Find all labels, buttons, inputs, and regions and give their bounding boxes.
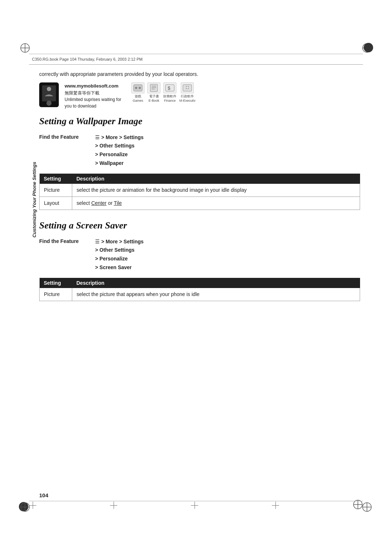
svg-rect-10 bbox=[134, 85, 142, 91]
bottom-crosshair-center-right bbox=[272, 502, 279, 509]
reg-mark-top-left bbox=[20, 43, 30, 53]
intro-paragraph: correctly with appropriate parameters pr… bbox=[39, 70, 360, 78]
screensaver-path-other: > Other Settings bbox=[95, 247, 135, 253]
wallpaper-row-picture: Picture select the picture or animation … bbox=[40, 184, 360, 197]
ad-banner: www.mymobilesoft.com 無限驚喜等你下載 Unlimited … bbox=[39, 82, 360, 109]
svg-text:$: $ bbox=[168, 85, 171, 91]
wallpaper-desc-picture: select the picture or animation for the … bbox=[72, 184, 360, 197]
screensaver-setting-picture: Picture bbox=[40, 288, 72, 301]
screensaver-col-setting: Setting bbox=[40, 278, 72, 288]
screensaver-title: Setting a Screen Saver bbox=[39, 220, 360, 231]
ad-text-block: www.mymobilesoft.com 無限驚喜等你下載 Unlimited … bbox=[65, 82, 121, 109]
wallpaper-path: ☰ > More > Settings > Other Settings > P… bbox=[95, 133, 144, 168]
bottom-crosshair-left bbox=[29, 502, 36, 509]
ad-chinese: 無限驚喜等你下載 bbox=[65, 90, 121, 96]
page-number: 104 bbox=[39, 492, 48, 498]
svg-point-8 bbox=[48, 103, 50, 106]
wallpaper-find-feature-label: Find the Feature bbox=[39, 133, 86, 140]
ad-english-2: you to download bbox=[65, 103, 121, 109]
wallpaper-path-wallpaper: > Wallpaper bbox=[95, 160, 123, 166]
bottom-crosshair-center bbox=[191, 502, 198, 509]
ad-url: www.mymobilesoft.com bbox=[65, 82, 121, 90]
page-border-top bbox=[29, 54, 363, 54]
wallpaper-title: Setting a Wallpaper Image bbox=[39, 116, 360, 127]
ad-icon-ebook: 電子書 E-Book bbox=[147, 82, 160, 102]
wallpaper-path-more: > More > Settings bbox=[101, 134, 144, 140]
circle-mark-top-right bbox=[364, 43, 373, 52]
wallpaper-path-icon: ☰ bbox=[95, 134, 100, 140]
wallpaper-path-personalize: > Personalize bbox=[95, 151, 128, 157]
reg-mark-bottom-left bbox=[20, 502, 30, 512]
ad-english-1: Unlimited suprises waiting for bbox=[65, 96, 121, 103]
bottom-crosshair-center-left bbox=[110, 502, 117, 509]
screensaver-row-picture: Picture select the picture that appears … bbox=[40, 288, 360, 301]
main-content: correctly with appropriate parameters pr… bbox=[39, 65, 360, 501]
screensaver-find-feature: Find the Feature ☰ > More > Settings > O… bbox=[39, 238, 360, 272]
screensaver-col-description: Description bbox=[72, 278, 360, 288]
ad-icon-finance: $ 財務軟件 Finance bbox=[163, 82, 176, 102]
ad-icon-games: 遊戲 Games bbox=[131, 82, 144, 102]
sidebar-label: Customizing Your Phone Settings bbox=[29, 138, 39, 262]
wallpaper-setting-picture: Picture bbox=[40, 184, 72, 197]
wallpaper-col-description: Description bbox=[72, 174, 360, 184]
svg-point-9 bbox=[47, 87, 51, 91]
wallpaper-path-other: > Other Settings bbox=[95, 143, 135, 149]
header-text: C350.RG.book Page 104 Thursday, February… bbox=[32, 57, 143, 61]
svg-point-11 bbox=[135, 87, 137, 89]
wallpaper-setting-layout: Layout bbox=[40, 197, 72, 210]
wallpaper-row-layout: Layout select Center or Tile bbox=[40, 197, 360, 210]
ad-phone-icon bbox=[39, 82, 59, 107]
header-bar: C350.RG.book Page 104 Thursday, February… bbox=[29, 54, 363, 65]
ad-icons: 遊戲 Games 電子書 E-Book $ 財務軟件 Finance 行政軟件 … bbox=[131, 82, 196, 102]
wallpaper-find-feature: Find the Feature ☰ > More > Settings > O… bbox=[39, 133, 360, 168]
ad-icon-mexec: 行政軟件 M-Executiv bbox=[179, 82, 196, 102]
wallpaper-desc-layout: select Center or Tile bbox=[72, 197, 360, 210]
reg-mark-bottom-right bbox=[362, 502, 372, 512]
screensaver-find-feature-label: Find the Feature bbox=[39, 238, 86, 244]
screensaver-path-personalize: > Personalize bbox=[95, 256, 128, 262]
wallpaper-col-setting: Setting bbox=[40, 174, 72, 184]
wallpaper-table: Setting Description Picture select the p… bbox=[39, 174, 360, 210]
screensaver-path: ☰ > More > Settings > Other Settings > P… bbox=[95, 238, 144, 272]
svg-rect-13 bbox=[150, 84, 158, 92]
screensaver-desc-picture: select the picture that appears when you… bbox=[72, 288, 360, 301]
screensaver-path-icon: ☰ bbox=[95, 239, 100, 244]
screensaver-table: Setting Description Picture select the p… bbox=[39, 278, 360, 301]
screensaver-path-saver: > Screen Saver bbox=[95, 264, 132, 270]
screensaver-path-more: > More > Settings bbox=[101, 239, 144, 244]
svg-point-12 bbox=[139, 87, 141, 89]
page-border-bottom bbox=[29, 501, 363, 501]
